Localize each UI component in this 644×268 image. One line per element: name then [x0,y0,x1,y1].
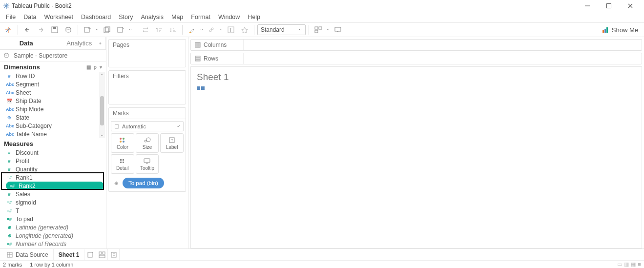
menu-format[interactable]: Format [188,13,213,21]
svg-rect-32 [144,159,150,163]
svg-rect-28 [120,159,122,161]
svg-point-22 [120,141,122,143]
tableau-logo-button[interactable] [2,23,15,36]
field-rowid[interactable]: #Row ID [0,72,106,80]
field-rank1[interactable]: =#Rank1 [0,173,106,182]
svg-rect-34 [197,42,199,47]
datasource-tab[interactable]: Data Source [2,249,54,260]
svg-point-23 [123,141,125,143]
highlight-dropdown[interactable] [199,23,204,36]
minimize-button[interactable] [580,1,595,11]
field-discount[interactable]: #Discount [0,148,106,157]
new-worksheet-button[interactable] [81,23,94,36]
svg-rect-0 [607,4,611,8]
redo-button[interactable] [35,23,47,36]
field-sales[interactable]: #Sales [0,190,106,198]
size-button[interactable]: Size [136,133,159,153]
label-button[interactable]: T Label [160,133,184,153]
filters-card[interactable]: Filters [108,70,186,104]
tooltip-button[interactable]: Tooltip [136,154,159,174]
group-button[interactable] [205,23,218,36]
menu-story[interactable]: Story [116,13,136,21]
field-segment[interactable]: AbcSegment [0,80,106,88]
chevron-down-icon [298,28,302,32]
swap-button[interactable] [139,23,152,36]
field-measurevalues[interactable]: #Measure Values [0,248,106,248]
sheet-view[interactable]: Sheet 1 [190,66,642,248]
svg-rect-7 [118,27,123,32]
rows-shelf[interactable]: Rows [190,53,642,64]
field-state[interactable]: ⊕State [0,113,106,122]
new-worksheet-dropdown[interactable] [95,23,100,36]
new-story-tab[interactable] [108,249,120,260]
view-icon-1[interactable]: ▭ [617,261,622,268]
menu-dashboard[interactable]: Dashboard [78,13,114,21]
color-button[interactable]: Color [111,133,134,153]
field-numrecords[interactable]: =#Number of Records [0,240,106,248]
presentation-button[interactable] [332,23,344,36]
menu-file[interactable]: File [3,13,19,21]
tab-analytics[interactable]: Analytics• [53,37,106,49]
sort-asc-button[interactable] [153,23,166,36]
menu-map[interactable]: Map [168,13,186,21]
marks-pill-topadbin[interactable]: ⁜ To pad (bin) [123,178,164,188]
menu-worksheet[interactable]: Worksheet [42,13,77,21]
view-icon-4[interactable]: ■ [638,261,641,268]
close-button[interactable] [623,1,638,11]
field-profit[interactable]: #Profit [0,157,106,165]
menu-help[interactable]: Help [245,13,263,21]
show-me-label: Show Me [612,26,638,34]
fit-dropdown[interactable]: Standard [257,24,306,35]
field-rank2[interactable]: =#Rank2 [6,182,104,190]
duplicate-button[interactable] [101,23,113,36]
field-subcategory[interactable]: AbcSub-Category [0,122,106,130]
svg-rect-29 [123,159,124,161]
sort-desc-button[interactable] [166,23,179,36]
show-cards-button[interactable] [312,23,325,36]
menu-window[interactable]: Window [215,13,243,21]
measures-list: #Discount #Profit #Quantity =#Rank1 =#Ra… [0,148,106,248]
svg-point-3 [66,27,71,29]
undo-button[interactable] [21,23,34,36]
clear-button[interactable] [114,23,127,36]
maximize-button[interactable] [601,1,617,11]
show-cards-dropdown[interactable] [326,23,331,36]
show-me-button[interactable]: Show Me [602,26,642,34]
sheet1-tab[interactable]: Sheet 1 [54,249,85,260]
field-quantity[interactable]: #Quantity [0,165,106,173]
field-tablename[interactable]: AbcTable Name [0,130,106,138]
field-topad[interactable]: =#To pad [0,215,106,223]
search-icon[interactable]: ρ [94,64,97,70]
new-dashboard-tab[interactable] [96,249,108,260]
field-sheet[interactable]: AbcSheet [0,88,106,97]
group-dropdown[interactable] [219,23,224,36]
field-shipmode[interactable]: AbcShip Mode [0,105,106,113]
field-t[interactable]: =#T [0,206,106,215]
menu-data[interactable]: Data [21,13,39,21]
field-sigmoid[interactable]: =#sigmoId [0,198,106,206]
field-shipdate[interactable]: 📅Ship Date [0,97,106,105]
view-icon-2[interactable]: ▥ [624,261,629,268]
marks-type-dropdown[interactable]: ▢Automatic [111,121,184,131]
tab-data[interactable]: Data [0,37,53,49]
menu-analysis[interactable]: Analysis [138,13,166,21]
fix-axes-button[interactable] [238,23,251,36]
new-datasource-button[interactable] [62,23,75,36]
columns-shelf[interactable]: Columns [190,39,642,51]
clear-dropdown[interactable] [128,23,133,36]
highlight-button[interactable] [186,23,198,36]
datasource-row[interactable]: Sample - Superstore [0,50,106,62]
svg-point-21 [123,138,125,140]
detail-button[interactable]: Detail [111,154,134,174]
view-as-icon[interactable]: ▦ [86,64,91,70]
pages-card[interactable]: Pages [108,39,186,67]
new-worksheet-tab[interactable] [84,249,96,260]
show-labels-button[interactable]: T [225,23,237,36]
svg-rect-2 [53,27,56,29]
menu-dropdown-icon[interactable]: ▾ [100,64,102,70]
save-button[interactable] [48,23,61,36]
view-icon-3[interactable]: ▦ [631,261,636,268]
field-latitude[interactable]: ⊕Latitude (generated) [0,223,106,231]
dimensions-scrollbar[interactable] [99,72,105,138]
field-longitude[interactable]: ⊕Longitude (generated) [0,231,106,240]
